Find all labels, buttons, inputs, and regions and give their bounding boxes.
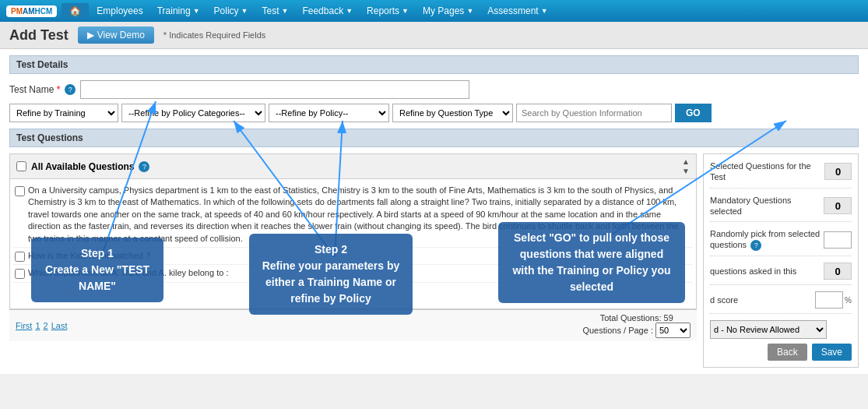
questions-asked-value: 0	[824, 263, 852, 280]
required-note: * Indicates Required Fields	[163, 30, 265, 40]
refine-by-question-type-select[interactable]: Refine by Question Type	[392, 104, 513, 122]
pagination-page-1[interactable]: 1	[35, 321, 40, 330]
pagination: First 1 2 Last	[16, 321, 67, 330]
chevron-down-icon: ▼	[466, 7, 473, 15]
right-panel: Selected Questions for the Test 0 Mandat…	[703, 153, 859, 368]
question-checkbox[interactable]	[15, 186, 25, 196]
question-checkbox[interactable]	[15, 252, 25, 262]
filter-row: Refine by Training --Refine by Policy Ca…	[9, 104, 859, 122]
refine-by-policy-cat-select[interactable]: --Refine by Policy Categories--	[121, 104, 265, 122]
question-text: Which department do A. Hunt and A. kiley…	[28, 267, 228, 279]
chevron-down-icon: ▼	[241, 7, 248, 15]
action-buttons: Back Save	[710, 344, 852, 361]
question-text: On a University campus, Physics departme…	[28, 185, 691, 245]
home-button[interactable]: 🏠	[61, 3, 89, 19]
score-label: d score	[710, 294, 738, 305]
chevron-down-icon: ▼	[346, 7, 353, 15]
test-questions-header: Test Questions	[9, 129, 859, 147]
pagination-page-2[interactable]: 2	[44, 321, 48, 330]
nav-test[interactable]: Test ▼	[256, 2, 295, 19]
total-questions-label: Total Questions: 59	[600, 313, 673, 323]
view-demo-button[interactable]: ▶ View Demo	[78, 26, 154, 44]
review-select-row: d - No Review Allowed	[710, 320, 852, 339]
test-name-input[interactable]	[80, 80, 469, 99]
scroll-down-arrow[interactable]: ▼	[682, 167, 690, 175]
nav-reports[interactable]: Reports ▼	[360, 2, 415, 19]
search-question-input[interactable]	[516, 104, 672, 122]
go-button[interactable]: GO	[675, 104, 712, 122]
questions-asked-stat: questions asked in this 0	[710, 263, 852, 285]
pagination-last[interactable]: Last	[51, 321, 68, 330]
test-details-header: Test Details	[9, 55, 859, 74]
mandatory-questions-label: Mandatory Questions selected	[710, 195, 824, 217]
help-icon-questions[interactable]: ?	[139, 161, 149, 172]
selected-questions-stat: Selected Questions for the Test 0	[710, 160, 852, 189]
all-available-label: All Available Questions	[31, 161, 134, 172]
nav-feedback[interactable]: Feedback ▼	[296, 2, 359, 19]
scroll-up-arrow[interactable]: ▲	[682, 157, 690, 166]
randomly-pick-input[interactable]	[824, 231, 852, 249]
back-button[interactable]: Back	[768, 344, 807, 361]
randomly-pick-stat: Randomly pick from selected questions ?	[710, 228, 852, 256]
nav-assessment[interactable]: Assessment ▼	[481, 2, 553, 19]
mandatory-questions-stat: Mandatory Questions selected 0	[710, 195, 852, 223]
nav-employees[interactable]: Employees	[90, 2, 149, 19]
nav-mypages[interactable]: My Pages ▼	[416, 2, 480, 19]
review-select[interactable]: d - No Review Allowed	[710, 320, 827, 339]
selected-questions-label: Selected Questions for the Test	[710, 160, 824, 183]
questions-list-container: All Available Questions ? ▲ ▼ On a Unive…	[9, 153, 697, 309]
top-navigation: PMAMHCM 🏠 Employees Training ▼ Policy ▼ …	[0, 0, 868, 22]
chevron-down-icon: ▼	[402, 7, 409, 15]
test-name-label: Test Name *	[9, 84, 60, 95]
chevron-down-icon: ▼	[541, 7, 548, 15]
selected-questions-value: 0	[824, 163, 852, 180]
chevron-down-icon: ▼	[282, 7, 289, 15]
score-stat: d score %	[710, 291, 852, 314]
list-item: How is the Kids room watched ?	[13, 248, 693, 265]
question-text: How is the Kids room watched ?	[28, 250, 150, 262]
play-icon: ▶	[87, 30, 94, 41]
mandatory-questions-value: 0	[824, 197, 852, 214]
nav-policy[interactable]: Policy ▼	[208, 2, 255, 19]
percent-label: %	[845, 296, 852, 305]
score-input[interactable]	[815, 291, 843, 309]
questions-per-page-label: Questions / Page :	[582, 326, 653, 335]
list-item: On a University campus, Physics departme…	[13, 182, 693, 248]
list-item: Which department do A. Hunt and A. kiley…	[13, 265, 693, 282]
total-questions-info: Total Questions: 59 Questions / Page : 5…	[582, 313, 691, 338]
all-available-header: All Available Questions ? ▲ ▼	[10, 154, 696, 179]
refine-by-policy-select[interactable]: --Refine by Policy--	[269, 104, 389, 122]
save-button[interactable]: Save	[812, 344, 852, 361]
questions-list: On a University campus, Physics departme…	[10, 179, 696, 286]
questions-per-page-select[interactable]: 50	[655, 323, 691, 338]
chevron-down-icon: ▼	[193, 7, 200, 15]
test-name-row: Test Name * ?	[9, 80, 859, 99]
questions-footer: First 1 2 Last Total Questions: 59 Quest…	[9, 309, 697, 341]
select-all-checkbox[interactable]	[16, 161, 26, 171]
page-title: Add Test	[9, 27, 69, 44]
pagination-first[interactable]: First	[16, 321, 32, 330]
sub-header: Add Test ▶ View Demo * Indicates Require…	[0, 22, 868, 49]
help-icon[interactable]: ?	[65, 84, 76, 95]
refine-by-training-select[interactable]: Refine by Training	[9, 104, 118, 122]
required-star: *	[57, 84, 61, 95]
questions-asked-label: questions asked in this	[710, 266, 796, 277]
help-icon-random[interactable]: ?	[750, 240, 761, 251]
randomly-pick-label: Randomly pick from selected questions ?	[710, 228, 824, 251]
nav-training[interactable]: Training ▼	[151, 2, 206, 19]
questions-section: All Available Questions ? ▲ ▼ On a Unive…	[9, 153, 859, 368]
question-checkbox[interactable]	[15, 269, 25, 279]
logo: PMAMHCM	[6, 5, 57, 17]
main-content: Test Details Test Name * ? Refine by Tra…	[0, 49, 868, 374]
